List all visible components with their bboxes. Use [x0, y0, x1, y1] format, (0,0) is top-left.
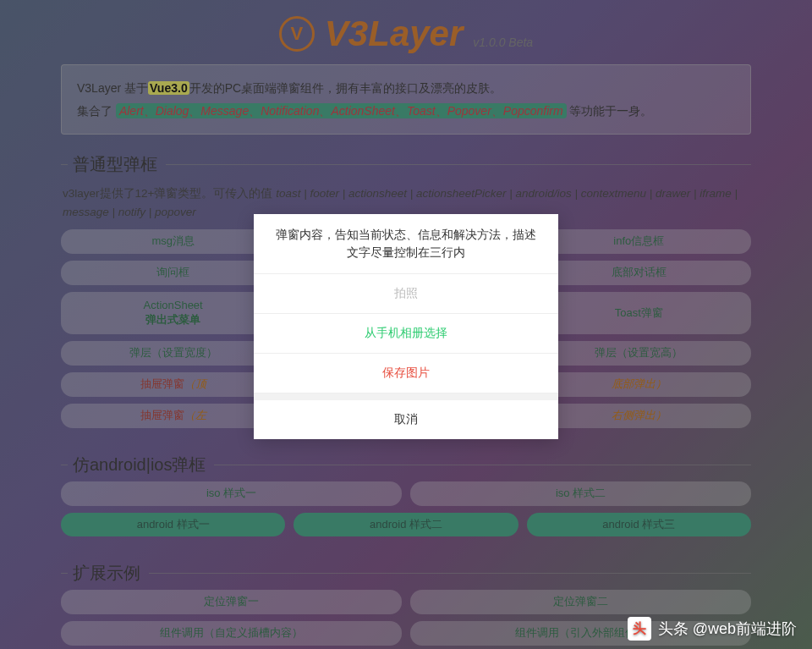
watermark-icon: 头	[628, 617, 651, 641]
watermark-text: 头条 @web前端进阶	[658, 619, 797, 639]
sheet-cancel[interactable]: 取消	[254, 400, 558, 439]
watermark: 头 头条 @web前端进阶	[628, 617, 797, 641]
sheet-gap	[254, 393, 558, 400]
actionsheet-header: 弹窗内容，告知当前状态、信息和解决方法，描述文字尽量控制在三行内	[254, 214, 558, 274]
sheet-item-save[interactable]: 保存图片	[254, 354, 558, 393]
sheet-item-photo[interactable]: 拍照	[254, 274, 558, 314]
sheet-item-album[interactable]: 从手机相册选择	[254, 314, 558, 354]
actionsheet: 弹窗内容，告知当前状态、信息和解决方法，描述文字尽量控制在三行内 拍照 从手机相…	[254, 214, 558, 439]
modal-overlay[interactable]: 弹窗内容，告知当前状态、信息和解决方法，描述文字尽量控制在三行内 拍照 从手机相…	[0, 0, 812, 649]
